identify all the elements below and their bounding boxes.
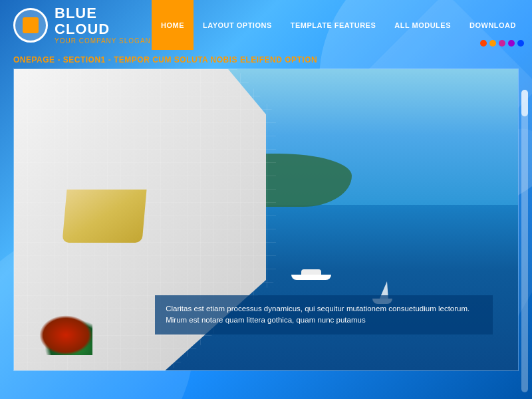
logo-icon-inner [23,17,39,33]
color-dots-row [480,40,524,47]
hero-image: Claritas est etiam processus dynamicus, … [14,69,518,370]
hero-caption: Claritas est etiam processus dynamicus, … [155,295,493,334]
hero-container: Claritas est etiam processus dynamicus, … [13,68,519,371]
hero-boat [291,270,331,280]
scrollbar[interactable] [521,90,528,392]
hero-plants [39,315,92,355]
nav-item-template-features[interactable]: TEMPLATE FEATURES [281,0,385,50]
logo-text: BLUE CLOUD YOUR COMPANY SLOGAN [55,5,152,45]
nav-item-home[interactable]: HOME [152,0,194,50]
color-dot-4[interactable] [508,40,515,47]
header: BLUE CLOUD YOUR COMPANY SLOGAN HOME LAYO… [0,0,532,50]
color-dot-1[interactable] [480,40,487,47]
logo-area: BLUE CLOUD YOUR COMPANY SLOGAN [13,5,152,45]
color-dot-3[interactable] [499,40,505,47]
logo-slogan: YOUR COMPANY SLOGAN [55,37,152,45]
hero-caption-text: Claritas est etiam processus dynamicus, … [166,305,469,324]
main-content: ONEPAGE - SECTION1 - TEMPOR CUM SOLUTA N… [13,50,519,371]
hero-awning [62,190,146,243]
hero-boat-body [291,275,331,280]
color-dot-5[interactable] [517,40,524,47]
section-label: ONEPAGE - SECTION1 - TEMPOR CUM SOLUTA N… [13,50,519,68]
logo-title: BLUE CLOUD [55,5,152,37]
scrollbar-thumb[interactable] [521,90,528,116]
main-nav: HOME LAYOUT OPTIONS TEMPLATE FEATURES AL… [152,0,525,50]
nav-item-layout-options[interactable]: LAYOUT OPTIONS [194,0,281,50]
logo-icon [13,8,48,43]
color-dot-2[interactable] [489,40,496,47]
nav-item-all-modules[interactable]: ALL MODULES [385,0,460,50]
